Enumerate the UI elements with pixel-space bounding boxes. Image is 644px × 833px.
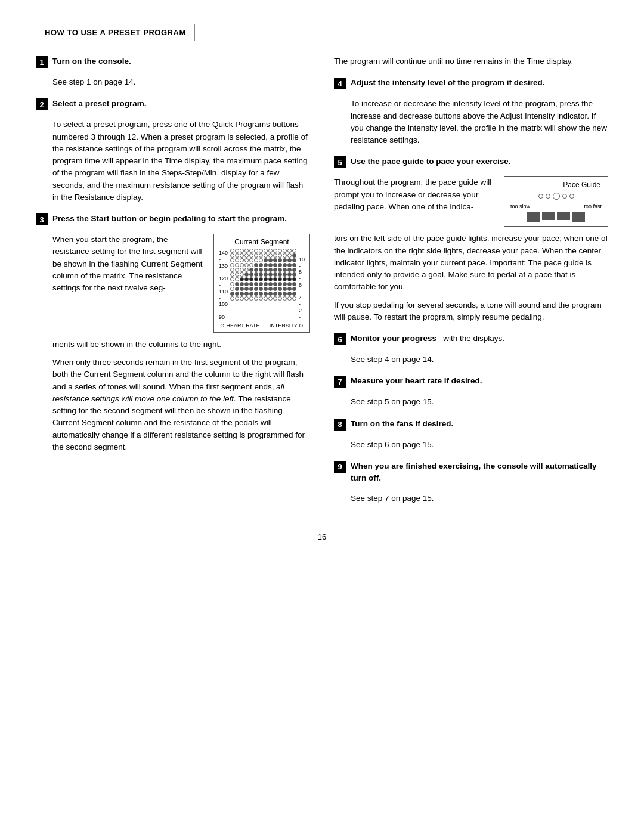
step-1-block: 1 Turn on the console. [36,55,310,68]
step-2-block: 2 Select a preset program. [36,98,310,110]
step-1-sub: See step 1 on page 14. [52,76,310,88]
page-header: HOW TO USE A PRESET PROGRAM [36,24,195,41]
pace-bar-2 [542,212,555,220]
matrix-y-labels: 140 - 130 - 120 - 110 - 100 - 90 [219,249,229,321]
pace-guide-title: Pace Guide [510,181,602,189]
pace-dot-center [553,193,560,200]
matrix-right-labels: - 10 - 8 - 6 - 4 - 2 - [298,249,305,321]
step-5-block: 5 Use the pace guide to pace your exerci… [334,156,608,168]
pace-bar-3 [557,212,570,220]
step-4-number: 4 [334,78,346,89]
step-5-body-cont: tors on the left side of the pace guide … [334,233,608,293]
step-3-body2: ments will be shown in the columns to th… [52,339,310,351]
right-column: The program will continue until no time … [334,55,608,515]
pace-label-right: too fast [584,203,602,209]
step-5-body-wrap: Throughout the program, the pace guide w… [334,176,608,323]
step-9-block: 9 When you are finished exercising, the … [334,460,608,485]
matrix-title: Current Segment [219,238,305,246]
step-5-inline: Throughout the program, the pace guide w… [334,176,608,227]
page-number: 16 [36,532,608,541]
step-3-inline: When you start the program, the resistan… [52,234,310,333]
step-9-sub: See step 7 on page 15. [351,493,608,504]
step-5-body-intro: Throughout the program, the pace guide w… [334,176,493,213]
pace-dot-3 [562,194,567,199]
step-6-text: Monitor your progress with the displays. [351,333,608,345]
matrix-dots [230,249,296,321]
step-6-sub: See step 4 on page 14. [351,354,608,366]
step-3-text: Press the Start button or begin pedaling… [52,213,310,225]
pace-dot-2 [546,194,550,199]
right-intro: The program will continue until no time … [334,55,608,67]
step-8-text: Turn on the fans if desired. [351,418,608,430]
step-3-number: 3 [36,213,48,225]
step-4-block: 4 Adjust the intensity level of the prog… [334,77,608,89]
step-5-body-pause: If you stop pedaling for several seconds… [334,299,608,324]
step-7-text: Measure your heart rate if desired. [351,375,608,387]
step-6-block: 6 Monitor your progress with the display… [334,333,608,345]
step-7-sub: See step 5 on page 15. [351,396,608,408]
matrix-grid: 140 - 130 - 120 - 110 - 100 - 90 [219,249,305,321]
step-6-number: 6 [334,333,346,345]
pace-bars [510,212,602,222]
step-3-block: 3 Press the Start button or begin pedali… [36,213,310,225]
pace-bar-1 [527,212,540,222]
matrix-footer: ⊙ HEART RATE INTENSITY ⊙ [219,323,305,329]
step-3-body1: When you start the program, the resistan… [52,234,203,294]
step-4-body: To increase or decrease the intensity le… [351,98,608,146]
header-title: HOW TO USE A PRESET PROGRAM [45,28,186,37]
pace-label-left: too slow [510,203,530,209]
step-3-body3: When only three seconds remain in the fi… [52,357,310,453]
step-5-number: 5 [334,156,346,168]
step-2-number: 2 [36,98,48,110]
step-3-body-wrap: When you start the program, the resistan… [52,234,310,453]
step-7-number: 7 [334,376,346,388]
step-8-sub: See step 6 on page 15. [351,439,608,451]
pace-guide-box: Pace Guide too slow too fast [504,176,608,227]
step-4-text: Adjust the intensity level of the progra… [351,77,608,89]
pace-labels: too slow too fast [510,203,602,209]
matrix-diagram: Current Segment 140 - 130 - 120 - 110 - … [213,234,310,333]
left-column: 1 Turn on the console. See step 1 on pag… [36,55,310,515]
pace-bar-4 [572,212,585,222]
step-7-block: 7 Measure your heart rate if desired. [334,375,608,388]
step-2-text: Select a preset program. [52,98,310,110]
matrix-footer-right: INTENSITY ⊙ [270,323,304,329]
step-1-text: Turn on the console. [52,55,310,67]
step-1-number: 1 [36,56,48,68]
matrix-footer-left: ⊙ HEART RATE [220,323,260,329]
pace-dot-4 [569,194,574,199]
step-8-number: 8 [334,419,346,431]
step-9-number: 9 [334,461,346,473]
step-2-body: To select a preset program, press one of… [52,119,310,203]
step-5-text: Use the pace guide to pace your exercise… [351,156,608,168]
step-8-block: 8 Turn on the fans if desired. [334,418,608,431]
pace-indicators [510,193,602,200]
step-9-text: When you are finished exercising, the co… [351,460,608,485]
pace-dot-1 [538,194,543,199]
